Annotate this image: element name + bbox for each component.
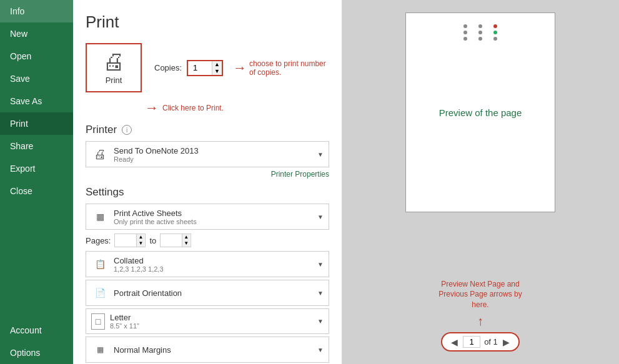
next-page-button[interactable]: ▶ [502, 337, 511, 347]
dot-6 [478, 37, 482, 41]
dot-4 [478, 24, 482, 28]
orientation-main: Portrait Orientation [114, 288, 312, 298]
sidebar-item-open[interactable]: Open [0, 45, 73, 67]
printer-info-icon[interactable]: i [122, 125, 132, 135]
orientation-dropdown[interactable]: 📄 Portrait Orientation ▼ [86, 280, 329, 306]
margins-arrow: ▼ [317, 347, 324, 353]
sidebar-item-account[interactable]: Account [0, 319, 73, 342]
copies-area: Copies: ▲ ▼ → choose [154, 59, 329, 77]
paper-sub: 8.5" x 11" [110, 322, 312, 330]
settings-section-title: Settings [86, 186, 329, 199]
copies-increment[interactable]: ▲ [212, 61, 222, 68]
dot-8 [493, 31, 497, 34]
arrow-up-icon: ↑ [477, 314, 483, 328]
paper-main: Letter [110, 313, 312, 322]
preview-bottom: Preview Next Page and Previous Page arro… [430, 279, 530, 352]
print-option-sub: Only print the active sheets [114, 218, 312, 225]
orientation-icon: 📄 [91, 284, 109, 302]
dot-1 [463, 24, 467, 28]
main-area: Print 🖨 Print Copies: ▲ [73, 0, 619, 364]
page-dots [463, 24, 497, 41]
page-of-label: of 1 [484, 337, 498, 347]
pages-to-label: to [149, 236, 156, 245]
pages-from-input[interactable] [115, 235, 136, 246]
sidebar-item-save[interactable]: Save [0, 67, 73, 90]
copies-decrement[interactable]: ▼ [212, 68, 222, 75]
copies-spinner: ▲ ▼ [212, 61, 222, 75]
print-click-annotation: → Click here to Print. [145, 100, 329, 116]
page-navigation: ◀ of 1 ▶ [441, 332, 520, 352]
printer-icon-small: 🖨 [91, 145, 109, 163]
copies-arrow-icon: → [233, 60, 247, 76]
sidebar-item-close[interactable]: Close [0, 180, 73, 202]
pages-to-wrapper: ▲ ▼ [160, 234, 191, 247]
pages-row: Pages: ▲ ▼ to ▲ [86, 234, 329, 247]
preview-area: Preview of the page Preview Next Page an… [342, 0, 619, 364]
print-button[interactable]: 🖨 Print [86, 43, 142, 92]
pages-from-wrapper: ▲ ▼ [114, 234, 146, 247]
settings-section: Settings ▦ Print Active Sheets Only prin… [86, 186, 329, 363]
sidebar-item-save-as[interactable]: Save As [0, 90, 73, 112]
pages-label: Pages: [86, 236, 111, 245]
dot-col-2 [478, 24, 482, 41]
print-option-dropdown[interactable]: ▦ Print Active Sheets Only print the act… [86, 204, 329, 230]
print-option-text: Print Active Sheets Only print the activ… [114, 209, 312, 225]
pages-to-spinner: ▲ ▼ [182, 234, 190, 247]
collated-main: Collated [114, 256, 312, 265]
sidebar-item-new[interactable]: New [0, 22, 73, 45]
sidebar-item-share[interactable]: Share [0, 135, 73, 157]
prev-page-button[interactable]: ◀ [450, 337, 459, 347]
copies-input[interactable] [188, 62, 212, 74]
dot-3 [463, 37, 467, 41]
paper-text: Letter 8.5" x 11" [110, 313, 312, 330]
print-option-arrow: ▼ [317, 214, 324, 220]
copies-label: Copies: [154, 63, 182, 72]
print-click-text: Click here to Print. [162, 104, 224, 112]
page-preview: Preview of the page [405, 12, 555, 212]
printer-dropdown[interactable]: 🖨 Send To OneNote 2013 Ready ▼ [86, 141, 329, 167]
collated-icon: 📋 [91, 255, 109, 273]
pages-to-up[interactable]: ▲ [182, 234, 190, 240]
copies-row: Copies: ▲ ▼ → choose [154, 59, 329, 77]
margins-main: Normal Margins [114, 345, 312, 355]
printer-name: Send To OneNote 2013 [114, 146, 312, 155]
printer-section: Printer i 🖨 Send To OneNote 2013 Ready ▼… [86, 124, 329, 179]
left-panel: Print 🖨 Print Copies: ▲ [73, 0, 342, 364]
left-panel-container: Print 🖨 Print Copies: ▲ [73, 0, 342, 364]
print-button-label: Print [106, 76, 122, 85]
print-section: 🖨 Print Copies: ▲ ▼ [86, 43, 329, 92]
printer-dropdown-arrow: ▼ [317, 151, 324, 158]
orientation-arrow: ▼ [317, 290, 324, 297]
next-prev-annotation: Preview Next Page and Previous Page arro… [430, 279, 530, 310]
printer-properties-link[interactable]: Printer Properties [86, 170, 329, 179]
pages-to-input[interactable] [161, 235, 182, 246]
content-area: Print 🖨 Print Copies: ▲ [73, 0, 619, 364]
pages-from-spinner: ▲ ▼ [136, 234, 144, 247]
sidebar-item-print[interactable]: Print [0, 112, 73, 135]
dot-col-1 [463, 24, 467, 41]
paper-dropdown[interactable]: □ Letter 8.5" x 11" ▼ [86, 308, 329, 334]
pages-to-down[interactable]: ▼ [182, 240, 190, 247]
margins-dropdown[interactable]: ▦ Normal Margins ▼ [86, 337, 329, 363]
preview-text: Preview of the page [439, 107, 522, 118]
collated-arrow: ▼ [317, 261, 324, 268]
dot-col-3 [493, 24, 497, 41]
copies-annotation-text: choose to print number of copies. [249, 59, 329, 77]
printer-text: Send To OneNote 2013 Ready [114, 146, 312, 163]
dot-5 [478, 31, 482, 34]
printer-status: Ready [114, 155, 312, 163]
page-number-input[interactable] [463, 336, 480, 348]
pages-from-down[interactable]: ▼ [137, 240, 144, 247]
collated-sub: 1,2,3 1,2,3 1,2,3 [114, 265, 312, 273]
copies-annotation: → choose to print number of copies. [233, 59, 329, 77]
collated-dropdown[interactable]: 📋 Collated 1,2,3 1,2,3 1,2,3 ▼ [86, 251, 329, 277]
sidebar-item-info[interactable]: Info [0, 0, 73, 22]
collated-text: Collated 1,2,3 1,2,3 1,2,3 [114, 256, 312, 273]
page-title: Print [86, 12, 329, 32]
dot-9 [493, 37, 497, 41]
sidebar-item-options[interactable]: Options [0, 342, 73, 364]
print-option-main: Print Active Sheets [114, 209, 312, 218]
pages-from-up[interactable]: ▲ [137, 234, 144, 240]
orientation-text: Portrait Orientation [114, 288, 312, 298]
sidebar-item-export[interactable]: Export [0, 157, 73, 180]
